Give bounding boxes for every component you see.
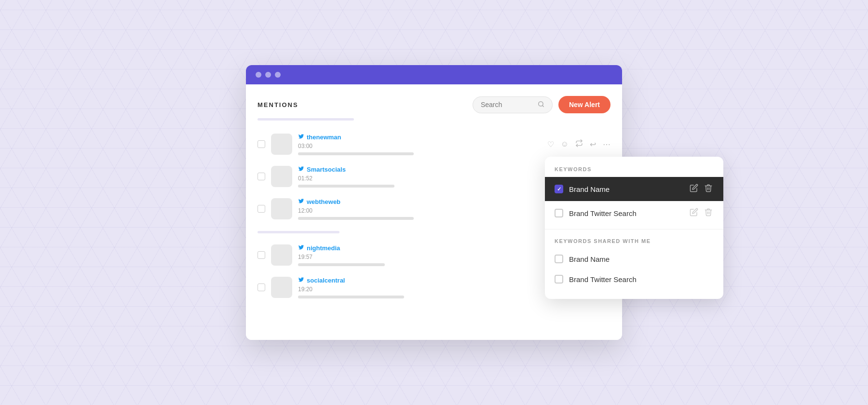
mention-info-2: Smartsocials 01:52 bbox=[298, 165, 542, 188]
content-bar-4 bbox=[298, 263, 385, 266]
title-bar bbox=[246, 65, 622, 84]
keyword-checkbox-shared-brand-name[interactable] bbox=[555, 255, 563, 263]
avatar-2 bbox=[271, 166, 292, 187]
mention-checkbox-2[interactable] bbox=[258, 173, 265, 180]
mention-checkbox-1[interactable] bbox=[258, 140, 265, 148]
username-text-2: Smartsocials bbox=[307, 166, 346, 173]
search-input[interactable] bbox=[481, 101, 534, 108]
mention-username-1: thenewman bbox=[298, 133, 542, 141]
content-bar-1 bbox=[298, 152, 414, 155]
twitter-icon-2 bbox=[298, 165, 304, 173]
keywords-shared-section-title: KEYWORDS SHARED WITH ME bbox=[545, 233, 723, 249]
keyword-delete-icon-brand-twitter[interactable] bbox=[703, 207, 714, 219]
keywords-panel: KEYWORDS Brand Name bbox=[545, 157, 723, 299]
avatar-5 bbox=[271, 277, 292, 298]
keyword-item-shared-brand-name[interactable]: Brand Name bbox=[545, 249, 723, 269]
avatar-1 bbox=[271, 134, 292, 155]
header-row: MENTIONS New Alert bbox=[258, 96, 610, 113]
app-content: MENTIONS New Alert bbox=[246, 84, 622, 340]
keyword-label-shared-brand-name: Brand Name bbox=[569, 255, 714, 263]
new-alert-button[interactable]: New Alert bbox=[558, 96, 610, 113]
page-title: MENTIONS bbox=[258, 101, 298, 108]
avatar-4 bbox=[271, 244, 292, 266]
keyword-actions-brand-twitter bbox=[689, 207, 714, 219]
twitter-icon-4 bbox=[298, 244, 304, 252]
keyword-item-shared-brand-twitter[interactable]: Brand Twitter Search bbox=[545, 269, 723, 289]
mention-username-2: Smartsocials bbox=[298, 165, 542, 173]
keyword-item-brand-name[interactable]: Brand Name bbox=[545, 177, 723, 201]
mention-actions-1: ♡ ☺ ↩ ⋯ bbox=[547, 139, 610, 149]
keyword-actions-brand-name bbox=[689, 183, 714, 195]
keyword-checkbox-shared-brand-twitter[interactable] bbox=[555, 275, 563, 284]
like-icon-1[interactable]: ♡ bbox=[547, 140, 554, 149]
header-actions: New Alert bbox=[473, 96, 610, 113]
traffic-light-red[interactable] bbox=[256, 72, 261, 78]
mention-checkbox-5[interactable] bbox=[258, 284, 265, 291]
mention-info-3: webtheweb 12:00 bbox=[298, 198, 542, 220]
twitter-icon-5 bbox=[298, 276, 304, 284]
app-window: MENTIONS New Alert bbox=[246, 65, 622, 340]
keyword-delete-icon-brand-name[interactable] bbox=[703, 183, 714, 195]
keywords-divider bbox=[545, 229, 723, 230]
content-bar-2 bbox=[298, 185, 394, 188]
header-divider bbox=[258, 118, 354, 121]
keyword-edit-icon-brand-name[interactable] bbox=[689, 183, 699, 195]
mention-info-1: thenewman 03:00 bbox=[298, 133, 542, 155]
mention-time-2: 01:52 bbox=[298, 175, 542, 182]
keyword-edit-icon-brand-twitter[interactable] bbox=[689, 207, 699, 219]
mention-time-1: 03:00 bbox=[298, 143, 542, 149]
mention-time-3: 12:00 bbox=[298, 207, 542, 214]
traffic-light-green[interactable] bbox=[275, 72, 281, 78]
twitter-icon-3 bbox=[298, 198, 304, 205]
traffic-light-yellow[interactable] bbox=[265, 72, 271, 78]
search-icon bbox=[538, 101, 544, 109]
keyword-label-shared-brand-twitter: Brand Twitter Search bbox=[569, 275, 714, 284]
content-bar-5 bbox=[298, 296, 404, 298]
username-text-3: webtheweb bbox=[307, 198, 340, 205]
keyword-checkbox-brand-twitter[interactable] bbox=[555, 209, 563, 217]
mention-checkbox-3[interactable] bbox=[258, 205, 265, 213]
username-text-5: socialcentral bbox=[307, 277, 345, 284]
twitter-icon-1 bbox=[298, 133, 304, 141]
username-text-1: thenewman bbox=[307, 134, 341, 141]
mention-checkbox-4[interactable] bbox=[258, 251, 265, 259]
avatar-3 bbox=[271, 198, 292, 219]
mention-item: thenewman 03:00 ♡ ☺ ↩ ⋯ bbox=[258, 128, 610, 161]
content-bar-3 bbox=[298, 217, 414, 220]
keyword-item-brand-twitter[interactable]: Brand Twitter Search bbox=[545, 201, 723, 225]
keyword-checkbox-brand-name[interactable] bbox=[555, 185, 563, 193]
search-box[interactable] bbox=[473, 96, 553, 113]
keywords-section-title: KEYWORDS bbox=[545, 166, 723, 177]
svg-line-1 bbox=[542, 105, 544, 107]
keyword-label-brand-name: Brand Name bbox=[569, 185, 683, 193]
section-divider bbox=[258, 231, 339, 233]
reply-icon-1[interactable]: ↩ bbox=[590, 140, 596, 149]
mention-username-3: webtheweb bbox=[298, 198, 542, 205]
keyword-label-brand-twitter: Brand Twitter Search bbox=[569, 209, 683, 217]
retweet-icon-1[interactable] bbox=[575, 139, 583, 149]
username-text-4: nightmedia bbox=[307, 244, 340, 252]
emoji-icon-1[interactable]: ☺ bbox=[561, 140, 569, 148]
more-icon-1[interactable]: ⋯ bbox=[603, 140, 610, 149]
